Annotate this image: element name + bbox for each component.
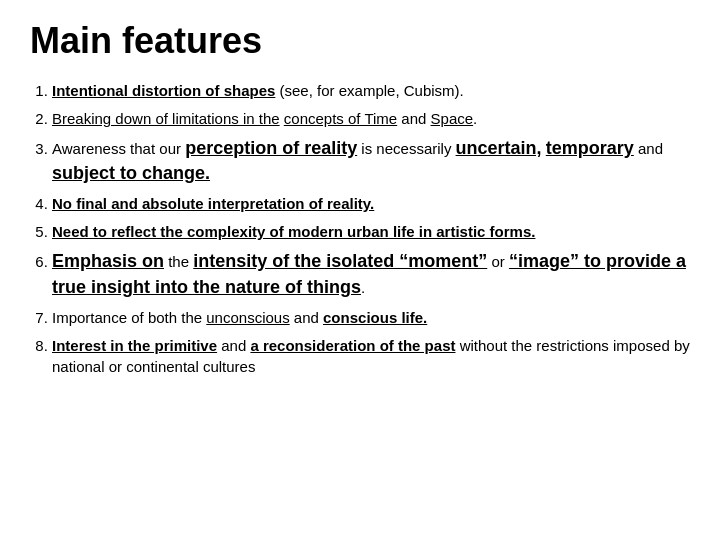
page-title: Main features (30, 20, 690, 62)
list-item: Emphasis on the intensity of the isolate… (52, 249, 690, 299)
list-item: Awareness that our perception of reality… (52, 136, 690, 186)
list-item: Need to reflect the complexity of modern… (52, 221, 690, 242)
list-item: Importance of both the unconscious and c… (52, 307, 690, 328)
list-item: Intentional distortion of shapes (see, f… (52, 80, 690, 101)
list-item: No final and absolute interpretation of … (52, 193, 690, 214)
list-item: Breaking down of limitations in the conc… (52, 108, 690, 129)
features-list: Intentional distortion of shapes (see, f… (30, 80, 690, 377)
list-item: Interest in the primitive and a reconsid… (52, 335, 690, 377)
